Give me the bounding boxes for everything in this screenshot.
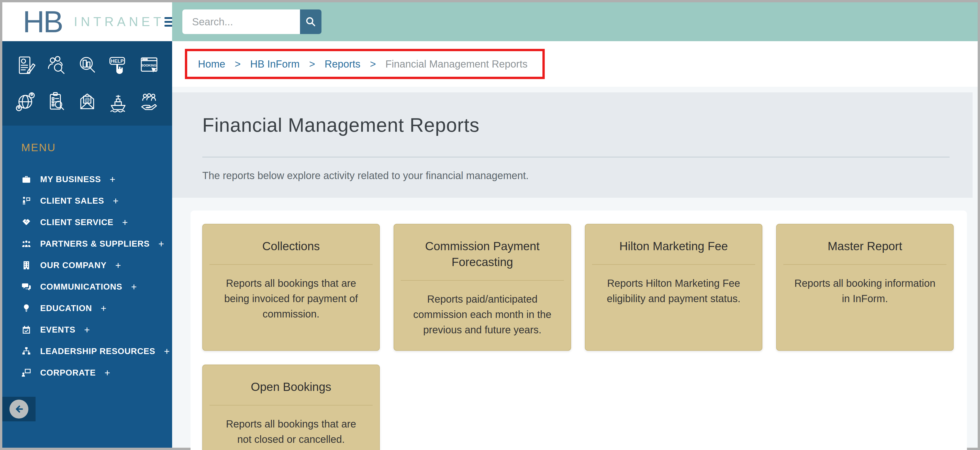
people-icon bbox=[21, 239, 32, 249]
menu-label: MENU bbox=[21, 142, 172, 154]
sidebar-item-label: CLIENT SALES bbox=[40, 196, 104, 206]
expand-plus-icon: + bbox=[84, 324, 90, 335]
presentation-icon bbox=[21, 368, 32, 378]
svg-text:BOOKING: BOOKING bbox=[141, 64, 156, 67]
sidebar: HB INTRANET HELP BOOKING bbox=[2, 2, 172, 448]
card-description: Reports paid/anticipated commission each… bbox=[394, 281, 571, 350]
expand-plus-icon: + bbox=[113, 195, 118, 206]
expand-plus-icon: + bbox=[158, 238, 164, 249]
svg-text:@: @ bbox=[84, 97, 90, 103]
expand-plus-icon: + bbox=[164, 346, 170, 357]
building-icon bbox=[21, 260, 32, 270]
breadcrumb-link-reports[interactable]: Reports bbox=[325, 58, 360, 70]
report-card-hilton-marketing-fee[interactable]: Hilton Marketing Fee Reports Hilton Mark… bbox=[585, 224, 762, 351]
sidebar-item-label: CORPORATE bbox=[40, 368, 95, 378]
sidebar-item-label: LEADERSHIP RESOURCES bbox=[40, 346, 155, 356]
search-button[interactable] bbox=[300, 10, 321, 34]
person-sign-icon bbox=[21, 196, 32, 206]
expand-plus-icon: + bbox=[104, 367, 110, 378]
breadcrumb-separator: > bbox=[235, 58, 241, 70]
handshake-icon bbox=[21, 217, 32, 227]
logo-hb: HB bbox=[23, 6, 62, 37]
svg-text:HELP: HELP bbox=[111, 58, 124, 64]
sidebar-item-label: OUR COMPANY bbox=[40, 260, 107, 270]
card-description: Reports all bookings that are being invo… bbox=[203, 265, 379, 334]
chat-bubbles-icon bbox=[21, 282, 32, 292]
card-title: Hilton Marketing Fee bbox=[585, 224, 762, 264]
page-content: Financial Management Reports The reports… bbox=[172, 87, 978, 448]
expand-plus-icon: + bbox=[101, 303, 107, 314]
sidebar-icon-grid: HELP BOOKING @ bbox=[2, 41, 172, 126]
search-icon bbox=[305, 16, 317, 28]
booking-page-icon[interactable]: BOOKING bbox=[137, 53, 161, 77]
breadcrumb-highlight-annotation: Home > HB InForm > Reports > Financial M… bbox=[185, 49, 545, 79]
reports-panel: Collections Reports all bookings that ar… bbox=[191, 211, 967, 450]
title-band: Financial Management Reports The reports… bbox=[172, 93, 973, 198]
profile-form-icon[interactable] bbox=[14, 53, 37, 77]
page-description: The reports below explore activity relat… bbox=[202, 158, 950, 198]
main-area: Home > HB InForm > Reports > Financial M… bbox=[172, 2, 978, 448]
sidebar-item-label: EDUCATION bbox=[40, 303, 92, 313]
sidebar-item-events[interactable]: EVENTS + bbox=[2, 319, 172, 340]
global-community-icon[interactable] bbox=[14, 89, 37, 113]
card-title: Master Report bbox=[777, 224, 953, 264]
card-title: Open Bookings bbox=[203, 365, 379, 405]
report-cards: Collections Reports all bookings that ar… bbox=[202, 224, 955, 450]
report-card-collections[interactable]: Collections Reports all bookings that ar… bbox=[202, 224, 380, 351]
breadcrumb-separator: > bbox=[309, 58, 315, 70]
sidebar-item-label: CLIENT SERVICE bbox=[40, 217, 113, 227]
app-window: HB INTRANET HELP BOOKING bbox=[0, 0, 980, 450]
breadcrumb-link-hb-inform[interactable]: HB InForm bbox=[250, 58, 299, 70]
card-description: Reports all booking information in InFor… bbox=[777, 265, 953, 319]
cruise-ship-icon[interactable] bbox=[107, 89, 130, 113]
sidebar-collapse-button[interactable] bbox=[2, 397, 35, 421]
sidebar-item-leadership-resources[interactable]: LEADERSHIP RESOURCES + bbox=[2, 340, 172, 362]
top-header-bar bbox=[172, 2, 978, 41]
report-card-master-report[interactable]: Master Report Reports all booking inform… bbox=[776, 224, 954, 351]
search-bar bbox=[182, 10, 321, 34]
sidebar-item-our-company[interactable]: OUR COMPANY + bbox=[2, 255, 172, 276]
sidebar-item-label: EVENTS bbox=[40, 325, 75, 335]
calendar-check-icon bbox=[21, 325, 32, 335]
sidebar-item-label: PARTNERS & SUPPLIERS bbox=[40, 239, 150, 249]
breadcrumb-row: Home > HB InForm > Reports > Financial M… bbox=[172, 41, 978, 87]
card-description: Reports Hilton Marketing Fee eligibility… bbox=[585, 265, 762, 319]
breadcrumb-separator: > bbox=[370, 58, 376, 70]
people-search-icon[interactable] bbox=[45, 53, 68, 77]
sidebar-item-partners-suppliers[interactable]: PARTNERS & SUPPLIERS + bbox=[2, 233, 172, 255]
sidebar-menu: MENU MY BUSINESS + CLIENT SALES + CLIENT… bbox=[2, 126, 172, 448]
help-button-icon[interactable]: HELP bbox=[107, 53, 130, 77]
expand-plus-icon: + bbox=[131, 281, 137, 292]
client-care-icon[interactable] bbox=[137, 89, 161, 113]
card-title: Collections bbox=[203, 224, 379, 264]
card-title: Commission Payment Forecasting bbox=[394, 224, 571, 280]
expand-plus-icon: + bbox=[122, 217, 128, 228]
expand-plus-icon: + bbox=[110, 174, 115, 185]
page-title: Financial Management Reports bbox=[202, 114, 950, 136]
report-card-commission-payment-forecasting[interactable]: Commission Payment Forecasting Reports p… bbox=[394, 224, 571, 351]
report-card-open-bookings[interactable]: Open Bookings Reports all bookings that … bbox=[202, 365, 380, 450]
sidebar-item-corporate[interactable]: CORPORATE + bbox=[2, 362, 172, 383]
sidebar-item-client-sales[interactable]: CLIENT SALES + bbox=[2, 190, 172, 212]
sidebar-item-education[interactable]: EDUCATION + bbox=[2, 298, 172, 319]
collapse-arrow-icon bbox=[10, 400, 29, 418]
briefcase-icon bbox=[21, 174, 32, 184]
breadcrumb: Home > HB InForm > Reports > Financial M… bbox=[198, 58, 528, 70]
sidebar-item-communications[interactable]: COMMUNICATIONS + bbox=[2, 276, 172, 298]
logo-intranet: INTRANET bbox=[74, 15, 164, 28]
sidebar-item-my-business[interactable]: MY BUSINESS + bbox=[2, 169, 172, 190]
checklist-search-icon[interactable] bbox=[45, 89, 68, 113]
sidebar-item-label: COMMUNICATIONS bbox=[40, 282, 122, 292]
breadcrumb-current-page: Financial Management Reports bbox=[385, 58, 528, 70]
expand-plus-icon: + bbox=[115, 260, 121, 271]
sidebar-item-label: MY BUSINESS bbox=[40, 174, 101, 184]
company-search-icon[interactable] bbox=[75, 53, 99, 77]
sidebar-item-client-service[interactable]: CLIENT SERVICE + bbox=[2, 212, 172, 233]
card-description: Reports all bookings that are not closed… bbox=[203, 405, 379, 450]
lightbulb-icon bbox=[21, 303, 32, 313]
search-input[interactable] bbox=[182, 10, 300, 34]
logo-area: HB INTRANET bbox=[2, 2, 172, 41]
org-chart-icon bbox=[21, 346, 32, 356]
email-at-icon[interactable]: @ bbox=[75, 89, 99, 113]
breadcrumb-link-home[interactable]: Home bbox=[198, 58, 225, 70]
